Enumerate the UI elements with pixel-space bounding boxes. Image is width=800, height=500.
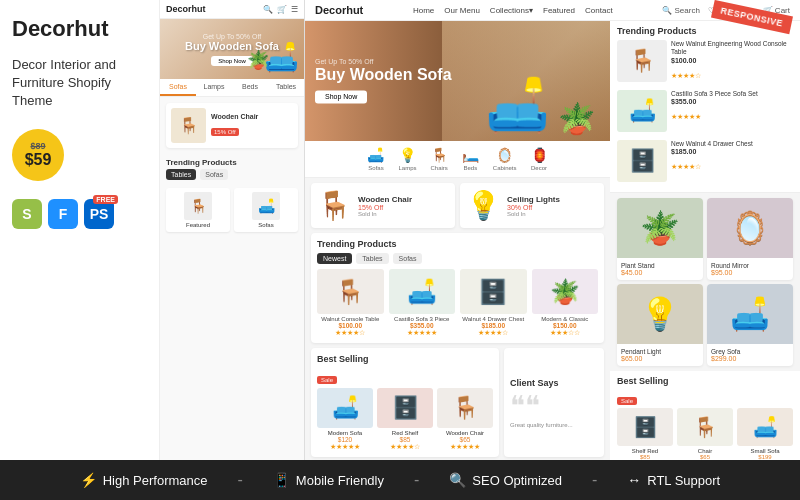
promo-1-sub: Sold In: [358, 211, 412, 217]
category-decor[interactable]: 🏮 Decor: [531, 147, 548, 171]
mobile-trending-item-2: 🛋️ Sofas: [234, 188, 298, 232]
category-sofas[interactable]: 🛋️ Sofas: [367, 147, 384, 171]
promo-1-info: Wooden Chair 15% Off Sold In: [358, 195, 412, 217]
promo-2-name: Ceiling Lights: [507, 195, 560, 204]
mobile-product-1-name: Wooden Chair: [211, 113, 293, 120]
decor-icon: 🏮: [531, 147, 548, 163]
new-price: $59: [25, 151, 52, 169]
mobile-trending-items: 🪑 Featured 🛋️ Sofas: [160, 184, 304, 236]
large-prod-3: 💡 Pendant Light $65.00: [617, 284, 703, 366]
mobile-header-icons: 🔍 🛒 ☰: [263, 5, 298, 14]
mobile-tab-sofas[interactable]: Sofas: [160, 79, 196, 96]
separator-2: -: [414, 471, 419, 489]
bottom-feature-mobile: 📱 Mobile Friendly: [273, 472, 384, 488]
large-prod-3-name: Pendant Light: [621, 348, 699, 355]
best-3-price: $65: [460, 436, 471, 443]
large-prod-1-img: 🪴: [617, 198, 703, 258]
best-3: 🪑 Wooden Chair $65 ★★★★★: [437, 388, 493, 451]
bed-icon: 🛏️: [462, 147, 479, 163]
left-panel: Decorhut Decor Interior and Furniture Sh…: [0, 0, 160, 460]
large-prod-4-img: 🛋️: [707, 284, 793, 344]
large-prod-4: 🛋️ Grey Sofa $299.00: [707, 284, 793, 366]
promo-1-img: 🪑: [317, 189, 352, 222]
desktop-mid: Get Up To 50% Off Buy Wooden Sofa Shop N…: [305, 21, 800, 460]
mobile-trending-tab-tables[interactable]: Tables: [166, 169, 196, 180]
right-trend-2-info: Castillo Sofa 3 Piece Sofa Set $355.00 ★…: [671, 90, 758, 132]
promo-card-2: 💡 Ceiling Lights 30% Off Sold In: [460, 183, 604, 228]
mobile-menu-icon[interactable]: ☰: [291, 5, 298, 14]
nav-collections[interactable]: Collections▾: [490, 6, 533, 15]
nav-featured[interactable]: Featured: [543, 6, 575, 15]
mobile-tab-beds[interactable]: Beds: [232, 79, 268, 96]
right-trend-2-stars: ★★★★★: [671, 113, 701, 120]
nav-home[interactable]: Home: [413, 6, 434, 15]
hero-main-title: Buy Wooden Sofa: [315, 65, 452, 84]
mobile-trending-name-1: Featured: [186, 222, 210, 228]
right-best-2-img: 🪑: [677, 408, 733, 446]
best-2-stars: ★★★★☆: [390, 443, 420, 451]
category-lamps[interactable]: 💡 Lamps: [398, 147, 416, 171]
promo-row: 🪑 Wooden Chair 15% Off Sold In 💡: [311, 183, 604, 228]
best-1-price: $120: [338, 436, 352, 443]
hero-plant-icon: 🪴: [558, 101, 595, 136]
large-prod-1-price: $45.00: [621, 269, 699, 276]
trending-title: Trending Products: [317, 239, 598, 249]
bottom-feature-rtl: ↔️ RTL Support: [627, 472, 720, 488]
mobile-trending-img-1: 🪑: [184, 192, 212, 220]
mobile-cart-icon[interactable]: 🛒: [277, 5, 287, 14]
trending-tabs-row: Newest Tables Sofas: [317, 253, 598, 264]
mobile-preview: Decorhut 🔍 🛒 ☰ Get Up To 50% Off Buy Woo…: [160, 0, 305, 460]
nav-contact[interactable]: Contact: [585, 6, 613, 15]
old-price: $89: [30, 141, 45, 151]
trending-1-img: 🪑: [317, 269, 384, 314]
mobile-sale-badge: 15% Off: [211, 128, 239, 136]
mobile-search-icon[interactable]: 🔍: [263, 5, 273, 14]
best-3-img: 🪑: [437, 388, 493, 428]
trending-tab-sofas[interactable]: Sofas: [393, 253, 423, 264]
hero-shop-now-btn[interactable]: Shop Now: [315, 91, 367, 104]
right-best-2-price: $65: [700, 454, 710, 460]
header-search[interactable]: 🔍 Search: [662, 6, 700, 15]
table-icon: 🪞: [496, 147, 513, 163]
mobile-trending-tabs: Tables Sofas: [160, 169, 304, 184]
promo-2-sub: Sold In: [507, 211, 560, 217]
best-1: 🛋️ Modern Sofa $120 ★★★★★: [317, 388, 373, 451]
client-says-title: Client Says: [510, 378, 598, 388]
mobile-trending-tab-sofas[interactable]: Sofas: [200, 169, 228, 180]
mobile-product-1-img: 🪑: [171, 108, 206, 143]
trending-3-img: 🗄️: [460, 269, 527, 314]
trending-tab-newest[interactable]: Newest: [317, 253, 352, 264]
figma-icon: F: [48, 199, 78, 229]
trending-2-price: $355.00: [410, 322, 434, 329]
bottom-feature-performance: ⚡ High Performance: [80, 472, 208, 488]
mobile-plant-icon: 🪴: [247, 49, 269, 71]
category-tables[interactable]: 🪞 Cabinets: [493, 147, 517, 171]
trending-2-stars: ★★★★★: [407, 329, 437, 337]
mobile-icon: 📱: [273, 472, 290, 488]
nav-our-menu[interactable]: Our Menu: [444, 6, 480, 15]
shopify-icon: S: [12, 199, 42, 229]
large-prod-2-info: Round Mirror $95.00: [707, 258, 793, 280]
mobile-trending-name-2: Sofas: [258, 222, 273, 228]
sofa-icon: 🛋️: [367, 147, 384, 163]
trending-product-3: 🗄️ Walnut 4 Drawer Chest $185.00 ★★★★☆: [460, 269, 527, 337]
category-beds[interactable]: 🛏️ Beds: [462, 147, 479, 171]
trending-tab-tables[interactable]: Tables: [356, 253, 388, 264]
right-best-2: 🪑 Chair $65: [677, 408, 733, 460]
large-prod-4-price: $299.00: [711, 355, 789, 362]
mobile-tab-tables[interactable]: Tables: [268, 79, 304, 96]
category-couch[interactable]: 🪑 Chairs: [430, 147, 447, 171]
right-trending-rows: 🪑 New Walnut Engineering Wood Console Ta…: [617, 40, 793, 182]
best-2-img: 🗄️: [377, 388, 433, 428]
right-best-products-row: 🗄️ Shelf Red $85 🪑 Chair $65 🛋️: [617, 408, 793, 460]
trending-product-1: 🪑 Walnut Console Table $100.00 ★★★★☆: [317, 269, 384, 337]
top-section: RESPONSIVE Decorhut Decor Interior and F…: [0, 0, 800, 460]
mobile-tab-lamps[interactable]: Lamps: [196, 79, 232, 96]
right-trend-2-price: $355.00: [671, 98, 758, 105]
hero-banner: Get Up To 50% Off Buy Wooden Sofa Shop N…: [305, 21, 610, 141]
right-best-title: Best Selling: [617, 376, 793, 386]
right-best-3-price: $199: [758, 454, 771, 460]
best-2-price: $85: [400, 436, 411, 443]
ps-icon: PS FREE: [84, 199, 114, 229]
large-prod-4-name: Grey Sofa: [711, 348, 789, 355]
